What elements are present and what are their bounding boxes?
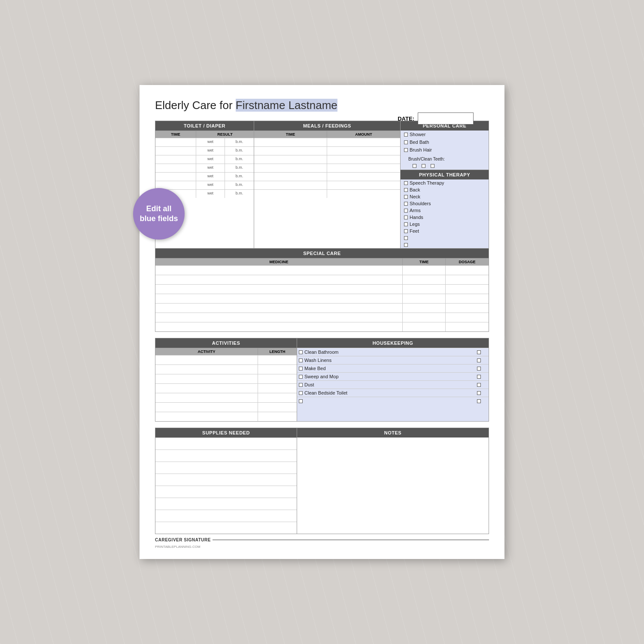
hk-cb-bedside-left[interactable] bbox=[299, 391, 303, 395]
caregiver-sig-label: CAREGIVER SIGNATURE bbox=[155, 538, 211, 542]
date-input[interactable] bbox=[418, 112, 474, 125]
special-care-section: SPECIAL CARE MEDICINE TIME DOSAGE bbox=[155, 249, 489, 332]
table-row bbox=[155, 450, 297, 462]
top-section: TOILET / DIAPER TIME RESULT wet b.m. wet… bbox=[155, 121, 489, 249]
meals-col1: TIME bbox=[254, 131, 327, 138]
pt-edit2-input[interactable] bbox=[410, 242, 470, 247]
hk-cb-edit-left[interactable] bbox=[299, 399, 303, 403]
pt-editable-1 bbox=[401, 234, 489, 241]
sc-col1: MEDICINE bbox=[155, 258, 403, 265]
table-row bbox=[155, 275, 489, 284]
hk-cb-bedside-right[interactable] bbox=[477, 391, 481, 395]
table-row bbox=[155, 402, 297, 412]
speech-label: Speech Therapy bbox=[410, 180, 444, 185]
shoulders-label: Shoulders bbox=[410, 201, 431, 206]
table-row bbox=[155, 522, 297, 534]
hk-cb-dust-left[interactable] bbox=[299, 383, 303, 387]
notes-section: NOTES bbox=[297, 428, 489, 534]
speech-checkbox[interactable] bbox=[404, 181, 408, 185]
wet-label: wet bbox=[196, 147, 225, 155]
special-care-header: SPECIAL CARE bbox=[155, 249, 489, 258]
neck-checkbox[interactable] bbox=[404, 195, 408, 199]
main-page: Edit all blue fields Elderly Care for Fi… bbox=[140, 85, 504, 559]
table-row: wet b.m. bbox=[155, 164, 254, 172]
brush-teeth-row: Brush/Clean Teeth: bbox=[401, 154, 489, 163]
hk-cb-bed-left[interactable] bbox=[299, 367, 303, 371]
back-checkbox[interactable] bbox=[404, 188, 408, 192]
table-row bbox=[254, 172, 400, 181]
hk-cb-bed-right[interactable] bbox=[477, 367, 481, 371]
pt-header: PHYSICAL THERAPY bbox=[401, 170, 489, 179]
shower-checkbox[interactable] bbox=[404, 133, 408, 137]
table-row bbox=[155, 486, 297, 498]
housekeeping-section: HOUSEKEEPING Clean Bathroom Wash Linens … bbox=[297, 338, 489, 421]
bm-label: b.m. bbox=[225, 138, 254, 146]
brush-cb-2[interactable] bbox=[422, 164, 425, 168]
patient-name[interactable]: Firstname Lastname bbox=[236, 99, 337, 112]
toilet-col1: TIME bbox=[155, 131, 196, 138]
meals-col2: AMOUNT bbox=[327, 131, 400, 138]
table-row bbox=[155, 374, 297, 383]
table-row bbox=[155, 412, 297, 421]
pt-legs: Legs bbox=[401, 221, 489, 228]
bedbath-label: Bed Bath bbox=[410, 140, 429, 145]
personal-care-shower: Shower bbox=[401, 131, 489, 138]
hk-editable-row bbox=[297, 397, 489, 405]
pt-arms: Arms bbox=[401, 207, 489, 214]
hk-sweep-mop: Sweep and Mop bbox=[297, 372, 489, 380]
table-row: wet b.m. bbox=[155, 172, 254, 181]
signature-line bbox=[213, 540, 489, 540]
arms-checkbox[interactable] bbox=[404, 209, 408, 213]
hk-cb-bathroom-right[interactable] bbox=[477, 350, 481, 354]
bm-label: b.m. bbox=[225, 181, 254, 189]
pt-shoulders: Shoulders bbox=[401, 200, 489, 207]
wet-label: wet bbox=[196, 190, 225, 198]
bedbath-checkbox[interactable] bbox=[404, 140, 408, 144]
hk-cb-linens-left[interactable] bbox=[299, 358, 303, 362]
hk-cb-linens-right[interactable] bbox=[477, 358, 481, 362]
pt-edit1-checkbox[interactable] bbox=[404, 236, 408, 240]
bm-label: b.m. bbox=[225, 155, 254, 164]
table-row: wet b.m. bbox=[155, 138, 254, 146]
hk-cb-dust-right[interactable] bbox=[477, 383, 481, 387]
shoulders-checkbox[interactable] bbox=[404, 202, 408, 206]
notes-area[interactable] bbox=[297, 437, 489, 506]
table-row bbox=[155, 365, 297, 374]
brush-cb-1[interactable] bbox=[413, 164, 416, 168]
hands-label: Hands bbox=[410, 215, 423, 220]
hk-wash-linens-label: Wash Linens bbox=[304, 358, 331, 363]
table-row bbox=[155, 322, 489, 331]
hk-make-bed: Make Bed bbox=[297, 364, 489, 372]
legs-label: Legs bbox=[410, 222, 420, 227]
brush-teeth-checkboxes bbox=[401, 163, 489, 170]
act-col1: ACTIVITY bbox=[155, 348, 258, 355]
page-title: Elderly Care for Firstname Lastname bbox=[155, 99, 337, 112]
table-row bbox=[254, 189, 400, 198]
brush-cb-3[interactable] bbox=[431, 164, 434, 168]
legs-checkbox[interactable] bbox=[404, 222, 408, 226]
hk-cb-edit-right[interactable] bbox=[477, 399, 481, 403]
hk-edit-input[interactable] bbox=[304, 398, 356, 404]
supplies-section: SUPPLIES NEEDED bbox=[155, 428, 297, 534]
brush-teeth-label: Brush/Clean Teeth: bbox=[408, 157, 445, 161]
act-col2: LENGTH bbox=[258, 348, 297, 355]
hk-sweep-mop-label: Sweep and Mop bbox=[304, 374, 339, 379]
table-row bbox=[155, 294, 489, 303]
table-row bbox=[155, 437, 297, 450]
arms-label: Arms bbox=[410, 208, 421, 213]
pt-edit2-checkbox[interactable] bbox=[404, 243, 408, 247]
right-col: PERSONAL CARE Shower Bed Bath Brush Hair bbox=[401, 121, 489, 248]
personal-care-brushhair: Brush Hair bbox=[401, 146, 489, 154]
brushhair-checkbox[interactable] bbox=[404, 148, 408, 152]
hk-cb-sweep-right[interactable] bbox=[477, 375, 481, 379]
pt-edit1-input[interactable] bbox=[410, 235, 470, 240]
hk-cb-sweep-left[interactable] bbox=[299, 375, 303, 379]
table-row bbox=[254, 155, 400, 164]
hk-cb-bathroom-left[interactable] bbox=[299, 350, 303, 354]
signature-row: CAREGIVER SIGNATURE bbox=[155, 538, 489, 542]
hk-clean-bathroom-label: Clean Bathroom bbox=[304, 349, 339, 355]
pt-speech-therapy: Speech Therapy bbox=[401, 179, 489, 186]
table-row bbox=[155, 510, 297, 522]
hands-checkbox[interactable] bbox=[404, 216, 408, 219]
feet-checkbox[interactable] bbox=[404, 229, 408, 233]
